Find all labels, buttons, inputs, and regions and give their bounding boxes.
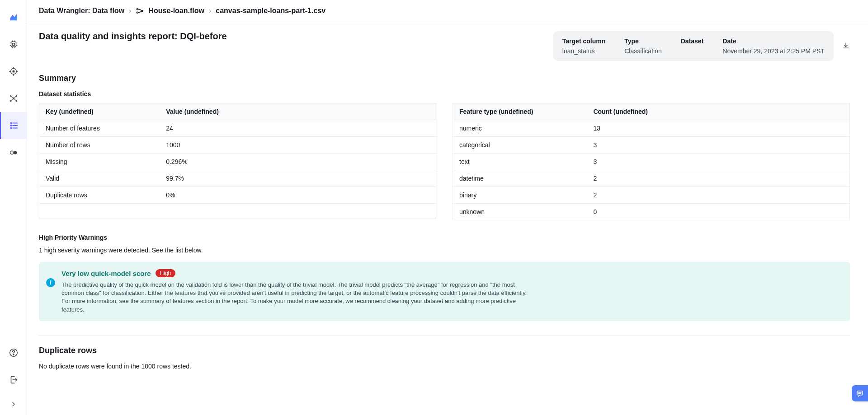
- svg-point-15: [10, 151, 13, 154]
- nav-chip-icon[interactable]: [0, 31, 27, 58]
- left-col1-header[interactable]: Value (undefined): [160, 103, 277, 120]
- table-row: categorical3: [453, 137, 850, 154]
- table-row: unknown0: [453, 204, 850, 220]
- cell-value: 13: [587, 120, 691, 137]
- info-date-label: Date: [722, 37, 825, 45]
- svg-point-11: [10, 127, 11, 128]
- nav-list-icon[interactable]: [0, 112, 27, 139]
- cell-value: 0.296%: [160, 154, 277, 170]
- cell-value: 3: [587, 154, 691, 170]
- severity-badge: High: [156, 269, 176, 277]
- page-title: Data quality and insights report: DQI-be…: [39, 31, 227, 42]
- warnings-intro: 1 high severity warnings were detected. …: [39, 247, 850, 254]
- warnings-heading: High Priority Warnings: [39, 234, 850, 241]
- left-col0-header[interactable]: Key (undefined): [39, 103, 160, 120]
- duplicates-text: No duplicate rows were found in the 1000…: [39, 363, 850, 370]
- table-row: Number of rows1000: [39, 137, 436, 154]
- info-type-label: Type: [624, 37, 661, 45]
- logo-icon[interactable]: [0, 4, 27, 31]
- info-date-value: November 29, 2023 at 2:25 PM PST: [722, 47, 825, 55]
- breadcrumb-flow[interactable]: House-loan.flow: [148, 7, 204, 15]
- info-dataset-value: [681, 47, 704, 55]
- cell-key: binary: [453, 187, 587, 204]
- table-row: Missing0.296%: [39, 154, 436, 170]
- svg-rect-0: [11, 42, 16, 47]
- cell-value: 0: [587, 204, 691, 220]
- svg-point-20: [137, 12, 138, 13]
- cell-key: Number of features: [39, 120, 160, 137]
- cell-value: 0%: [160, 187, 277, 204]
- cell-key: Missing: [39, 154, 160, 170]
- nav-target-icon[interactable]: [0, 58, 27, 85]
- right-col2-header: [691, 103, 849, 120]
- table-row: Duplicate rows0%: [39, 187, 436, 204]
- download-icon[interactable]: [842, 42, 850, 51]
- info-type-value: Classification: [624, 47, 661, 55]
- cell-key: datetime: [453, 170, 587, 187]
- svg-rect-22: [857, 391, 863, 395]
- info-target-value: loan_status: [562, 47, 605, 55]
- alert-title: Very low quick-model score: [61, 270, 151, 277]
- chevron-right-icon: ›: [129, 7, 131, 15]
- info-target-label: Target column: [562, 37, 605, 45]
- alert-body: The predictive quality of the quick mode…: [61, 281, 536, 314]
- chat-icon[interactable]: [852, 385, 868, 401]
- content-scroll[interactable]: Data quality and insights report: DQI-be…: [27, 22, 868, 415]
- svg-point-9: [10, 122, 11, 123]
- svg-point-4: [12, 98, 14, 100]
- nav-help-icon[interactable]: [0, 339, 27, 366]
- svg-point-3: [13, 70, 14, 72]
- cell-value: 2: [587, 170, 691, 187]
- dataset-statistics-heading: Dataset statistics: [39, 90, 850, 98]
- breadcrumb-file[interactable]: canvas-sample-loans-part-1.csv: [216, 7, 326, 15]
- cell-value: 2: [587, 187, 691, 204]
- cell-key: text: [453, 154, 587, 170]
- table-row: datetime2: [453, 170, 850, 187]
- right-col1-header[interactable]: Count (undefined): [587, 103, 691, 120]
- chevron-right-icon: ›: [209, 7, 211, 15]
- table-row: binary2: [453, 187, 850, 204]
- info-icon: i: [46, 278, 55, 287]
- table-row: Valid99.7%: [39, 170, 436, 187]
- info-dataset-label: Dataset: [681, 37, 704, 45]
- summary-heading: Summary: [39, 74, 850, 83]
- breadcrumb-root[interactable]: Data Wrangler: Data flow: [39, 7, 124, 15]
- flow-icon: [136, 7, 144, 15]
- nav-toggle-icon[interactable]: [0, 139, 27, 166]
- svg-point-21: [142, 10, 143, 12]
- cell-key: Valid: [39, 170, 160, 187]
- report-info-card: Target column Type Dataset Date loan_sta…: [553, 31, 834, 61]
- dataset-stats-left-table: Key (undefined) Value (undefined) Number…: [39, 103, 436, 219]
- right-col0-header[interactable]: Feature type (undefined): [453, 103, 587, 120]
- section-divider: [39, 336, 850, 336]
- duplicates-heading: Duplicate rows: [39, 346, 850, 355]
- cell-value: 3: [587, 137, 691, 154]
- left-col2-header: [277, 103, 436, 120]
- svg-point-18: [13, 354, 14, 355]
- table-row: Number of features24: [39, 120, 436, 137]
- dataset-stats-right-table: Feature type (undefined) Count (undefine…: [453, 103, 850, 220]
- warning-alert: i Very low quick-model score High The pr…: [39, 262, 850, 321]
- breadcrumb: Data Wrangler: Data flow › House-loan.fl…: [27, 0, 868, 22]
- expand-sidebar-icon[interactable]: [0, 393, 27, 415]
- svg-point-10: [10, 125, 11, 126]
- cell-value: 24: [160, 120, 277, 137]
- cell-value: 1000: [160, 137, 277, 154]
- svg-point-19: [137, 9, 138, 10]
- cell-value: 99.7%: [160, 170, 277, 187]
- svg-rect-1: [12, 43, 14, 46]
- cell-key: Number of rows: [39, 137, 160, 154]
- left-sidebar: [0, 0, 27, 415]
- table-row: numeric13: [453, 120, 850, 137]
- cell-key: Duplicate rows: [39, 187, 160, 204]
- cell-key: unknown: [453, 204, 587, 220]
- svg-point-16: [14, 151, 17, 154]
- nav-graph-icon[interactable]: [0, 85, 27, 112]
- main-area: Data Wrangler: Data flow › House-loan.fl…: [27, 0, 868, 415]
- cell-key: numeric: [453, 120, 587, 137]
- nav-logout-icon[interactable]: [0, 366, 27, 393]
- table-row: text3: [453, 154, 850, 170]
- cell-key: categorical: [453, 137, 587, 154]
